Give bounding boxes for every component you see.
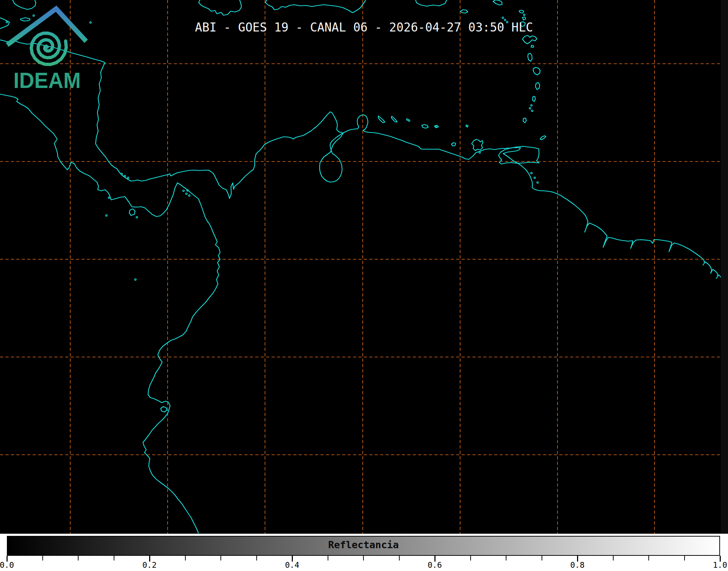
coastline-path — [533, 67, 540, 75]
coastlines — [0, 0, 721, 533]
island-dot — [408, 120, 410, 121]
coastline-path — [535, 83, 540, 89]
coastline-path — [422, 125, 428, 128]
colorbar-tick-label: 0.2 — [135, 560, 164, 570]
image-title: ABI - GOES 19 - CANAL 06 - 2026-04-27 03… — [0, 20, 728, 34]
island-dot — [531, 105, 532, 106]
coastline-path — [0, 94, 220, 533]
colorbar-tick-label: 0.4 — [278, 560, 307, 570]
coastline-path — [416, 0, 447, 6]
graticule-grid — [0, 0, 721, 534]
map-graphics — [0, 0, 728, 534]
colorbar-minor-tick — [78, 556, 79, 560]
island-dot — [121, 173, 122, 175]
coastline-path — [129, 209, 135, 215]
colorbar-minor-tick — [684, 556, 685, 560]
satellite-map-canvas: ABI - GOES 19 - CANAL 06 - 2026-04-27 03… — [0, 0, 728, 534]
ideam-wordmark: IDEAM — [13, 68, 81, 91]
coastline-path — [533, 96, 535, 101]
coastline-path — [460, 10, 468, 13]
island-dot — [136, 217, 138, 218]
island-dot — [531, 172, 532, 174]
coastline-path — [391, 116, 397, 122]
coastline-path — [522, 35, 537, 44]
colorbar-minor-tick — [256, 556, 257, 560]
colorbar-minor-tick — [42, 556, 43, 560]
island-dot — [186, 193, 187, 194]
colorbar-minor-tick — [399, 556, 400, 560]
ideam-logo: IDEAM — [0, 0, 98, 91]
island-dot — [124, 175, 126, 177]
coastline-path — [540, 136, 546, 140]
colorbar-minor-tick — [114, 556, 114, 560]
goes-satellite-image-viewer: { "header": { "title": "ABI - GOES 19 - … — [0, 0, 728, 571]
colorbar-minor-tick — [542, 556, 542, 560]
coastline-path — [519, 10, 524, 13]
colorbar-tick-label: 1.0 — [706, 560, 728, 570]
coastline-path — [265, 0, 366, 13]
coastline-path — [528, 53, 532, 61]
colorbar-tick-label: 0.8 — [563, 560, 592, 570]
island-dot — [479, 152, 480, 153]
island-dot — [435, 126, 437, 127]
colorbar-minor-tick — [185, 556, 186, 560]
hurricane-swirl-icon — [31, 33, 66, 64]
swirl-center-dot — [45, 45, 49, 49]
island-dot — [135, 279, 136, 280]
island-dot — [529, 108, 531, 109]
island-dot — [537, 182, 538, 183]
colorbar-minor-tick — [363, 556, 364, 560]
colorbar-title: Reflectancia — [7, 539, 720, 550]
island-dot — [189, 195, 190, 196]
island-dot — [127, 177, 129, 179]
colorbar-tick-label: 0.0 — [0, 560, 21, 570]
colorbar-minor-tick — [506, 556, 506, 560]
colorbar-minor-tick — [648, 556, 649, 560]
coastline-path — [523, 118, 526, 123]
colorbar-minor-tick — [328, 556, 328, 560]
coastline-path — [466, 125, 468, 127]
coastline-path — [493, 0, 502, 5]
colorbar-minor-tick — [220, 556, 221, 560]
coastline-path — [161, 407, 167, 412]
colorbar-minor-tick — [470, 556, 471, 560]
coastline-path — [0, 40, 721, 278]
coastline-path — [472, 139, 483, 151]
coastline-path — [378, 116, 385, 123]
colorbar-minor-tick — [613, 556, 614, 560]
island-dot — [502, 17, 504, 18]
island-dot — [108, 197, 110, 198]
coastline-path — [522, 17, 526, 20]
coastline-path — [451, 143, 456, 146]
coastline-path — [199, 0, 241, 15]
island-dot — [407, 119, 408, 120]
island-dot — [183, 190, 184, 192]
island-dot — [106, 215, 107, 216]
disk-edge-strip — [721, 0, 728, 534]
island-dot — [523, 14, 525, 16]
island-dot — [534, 177, 535, 179]
island-dot — [187, 190, 188, 191]
coastline-path — [531, 45, 534, 47]
colorbar-tick-label: 0.6 — [420, 560, 449, 570]
island-dot — [531, 110, 533, 112]
